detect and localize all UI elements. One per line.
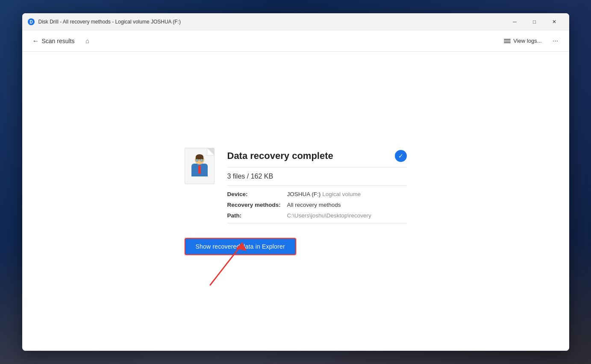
glass-right bbox=[200, 159, 203, 161]
minimize-button[interactable]: ─ bbox=[505, 13, 525, 30]
button-section: Show recovered data in Explorer bbox=[185, 238, 407, 255]
person-head bbox=[195, 155, 204, 164]
show-explorer-button[interactable]: Show recovered data in Explorer bbox=[185, 238, 296, 255]
home-icon: ⌂ bbox=[85, 37, 89, 44]
person-shirt bbox=[198, 165, 201, 174]
card-title-row: Data recovery complete ✓ bbox=[227, 150, 407, 162]
logs-line-3 bbox=[504, 42, 511, 43]
device-name: JOSHUA (F:) bbox=[287, 191, 321, 197]
svg-text:D: D bbox=[29, 20, 32, 24]
person-glasses bbox=[196, 159, 203, 161]
window-controls: ─ □ ✕ bbox=[505, 13, 564, 30]
more-options-button[interactable]: ··· bbox=[549, 34, 562, 48]
path-row: Path: C:\Users\joshu\Desktop\recovery bbox=[227, 212, 407, 219]
success-check-icon: ✓ bbox=[395, 150, 407, 162]
back-button[interactable]: ← Scan results bbox=[29, 35, 78, 47]
nav-bar: ← Scan results ⌂ View logs... ··· bbox=[22, 30, 569, 52]
device-label: Device: bbox=[227, 191, 287, 197]
logs-line-1 bbox=[504, 39, 511, 40]
card-details: Device: JOSHUA (F:) Logical volume Recov… bbox=[227, 191, 407, 219]
file-avatar-icon bbox=[185, 148, 219, 186]
file-corner bbox=[207, 148, 214, 155]
glass-left bbox=[196, 159, 198, 161]
logs-line-2 bbox=[504, 41, 511, 41]
recovery-methods-row: Recovery methods: All recovery methods bbox=[227, 202, 407, 208]
nav-right: View logs... ··· bbox=[500, 34, 562, 48]
person-body bbox=[191, 164, 208, 176]
view-logs-button[interactable]: View logs... bbox=[500, 36, 545, 46]
recovery-title: Data recovery complete bbox=[227, 150, 333, 161]
app-icon: D bbox=[27, 18, 35, 26]
recovery-methods-label: Recovery methods: bbox=[227, 202, 287, 208]
glass-bridge bbox=[199, 160, 200, 161]
details-divider bbox=[227, 223, 407, 223]
avatar-in-file bbox=[189, 155, 210, 181]
window-title: Disk Drill - All recovery methods - Logi… bbox=[38, 19, 505, 25]
maximize-button[interactable]: □ bbox=[525, 13, 544, 30]
scan-results-label: Scan results bbox=[42, 38, 75, 44]
home-button[interactable]: ⌂ bbox=[81, 34, 94, 48]
subtitle-divider bbox=[227, 185, 407, 186]
device-type: Logical volume bbox=[322, 191, 361, 197]
title-divider bbox=[227, 167, 407, 167]
main-content: Data recovery complete ✓ 3 files / 162 K… bbox=[22, 52, 569, 351]
path-label: Path: bbox=[227, 212, 287, 219]
path-value: C:\Users\joshu\Desktop\recovery bbox=[287, 212, 371, 219]
logs-icon bbox=[504, 39, 511, 43]
back-arrow-icon: ← bbox=[32, 37, 39, 45]
view-logs-label: View logs... bbox=[513, 38, 541, 44]
recovery-card: Data recovery complete ✓ 3 files / 162 K… bbox=[185, 135, 407, 268]
app-window: D Disk Drill - All recovery methods - Lo… bbox=[22, 13, 569, 351]
file-shape bbox=[185, 148, 215, 184]
card-header: Data recovery complete ✓ 3 files / 162 K… bbox=[185, 148, 407, 228]
files-count: 3 files / 162 KB bbox=[227, 173, 407, 180]
device-row: Device: JOSHUA (F:) Logical volume bbox=[227, 191, 407, 197]
title-bar: D Disk Drill - All recovery methods - Lo… bbox=[22, 13, 569, 30]
card-title-section: Data recovery complete ✓ 3 files / 162 K… bbox=[227, 148, 407, 228]
recovery-methods-value: All recovery methods bbox=[287, 202, 341, 208]
close-button[interactable]: ✕ bbox=[544, 13, 564, 30]
